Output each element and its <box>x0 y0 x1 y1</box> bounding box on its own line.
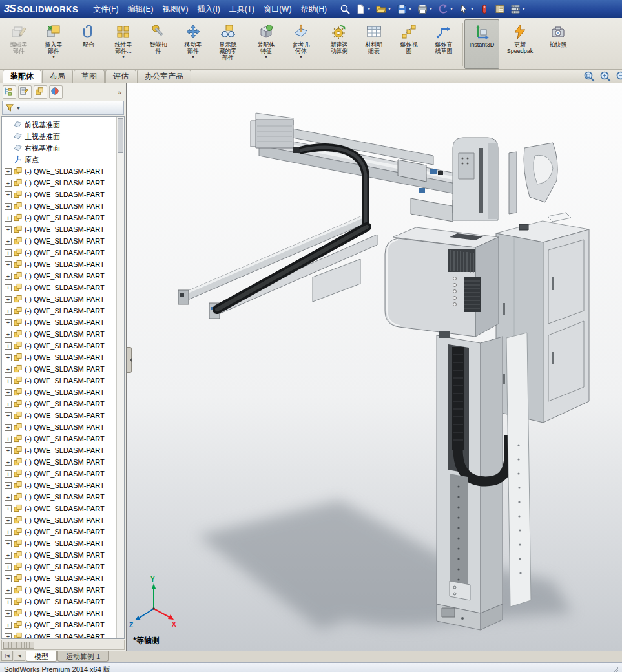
tree-item-origin[interactable]: 原点 <box>2 154 117 165</box>
zoom-inout-button[interactable] <box>616 70 622 82</box>
tree-item-part[interactable]: + (-) QWE_SLDASM-PART <box>2 352 117 363</box>
zoom-fit-button[interactable] <box>599 70 611 82</box>
zoom-area-button[interactable] <box>583 70 595 82</box>
expand-icon[interactable]: + <box>5 540 12 547</box>
tree-item-part[interactable]: + (-) QWE_SLDASM-PART <box>2 433 117 445</box>
expand-icon[interactable]: + <box>5 261 12 268</box>
tree-item-part[interactable]: + (-) QWE_SLDASM-PART <box>2 491 117 503</box>
undo-button[interactable]: ▼ <box>436 3 455 16</box>
tree-item-part[interactable]: + (-) QWE_SLDASM-PART <box>2 421 117 433</box>
ribbon-button-linear-component-pattern[interactable]: 线性零部件... ▼ <box>106 19 141 69</box>
rebuild-button[interactable] <box>477 3 492 16</box>
tab-装配体[interactable]: 装配体 <box>3 70 41 83</box>
expand-icon[interactable]: + <box>5 563 12 571</box>
expand-icon[interactable]: + <box>5 377 12 384</box>
ribbon-button-exploded-view[interactable]: 爆炸视图 <box>391 19 426 69</box>
open-button[interactable]: ▼ <box>374 3 393 16</box>
tree-item-plane[interactable]: 上视基准面 <box>2 131 117 142</box>
select-button[interactable]: ▼ <box>457 3 476 16</box>
scroll-first-button[interactable]: |◀ <box>1 651 13 661</box>
viewport-3d[interactable]: Y Z X *等轴测 <box>127 83 622 651</box>
tree-item-part[interactable]: + (-) QWE_SLDASM-PART <box>2 561 117 572</box>
expand-icon[interactable]: + <box>5 238 12 245</box>
tab-草图[interactable]: 草图 <box>74 70 105 83</box>
menu-item-4[interactable]: 工具(T) <box>225 1 259 17</box>
mgr-tree-tab[interactable] <box>3 85 16 99</box>
ribbon-button-take-snapshot[interactable]: 拍快照 <box>541 19 575 69</box>
tree-item-part[interactable]: + (-) QWE_SLDASM-PART <box>2 363 117 375</box>
tree-item-part[interactable]: + (-) QWE_SLDASM-PART <box>2 631 117 638</box>
mgr-config-tab[interactable] <box>34 85 47 99</box>
expand-icon[interactable]: + <box>5 552 12 559</box>
scrollbar-thumb[interactable] <box>118 118 123 153</box>
ribbon-button-new-motion-study[interactable]: 新建运动算例 <box>322 19 357 69</box>
tree-item-part[interactable]: + (-) QWE_SLDASM-PART <box>2 212 117 224</box>
expand-icon[interactable]: + <box>5 319 12 326</box>
expand-icon[interactable]: + <box>5 203 12 210</box>
expand-icon[interactable]: + <box>5 436 12 443</box>
tree-item-part[interactable]: + (-) QWE_SLDASM-PART <box>2 317 117 328</box>
save-button[interactable]: ▼ <box>395 3 414 16</box>
tree-item-part[interactable]: + (-) QWE_SLDASM-PART <box>2 386 117 398</box>
expand-icon[interactable]: + <box>5 482 12 489</box>
expand-icon[interactable]: + <box>5 331 12 338</box>
expand-icon[interactable]: + <box>5 354 12 361</box>
expand-icon[interactable]: + <box>5 505 12 512</box>
tree-item-part[interactable]: + (-) QWE_SLDASM-PART <box>2 410 117 421</box>
expand-icon[interactable]: + <box>5 308 12 315</box>
expand-icon[interactable]: + <box>5 180 12 187</box>
tree-item-part[interactable]: + (-) QWE_SLDASM-PART <box>2 189 117 200</box>
tree-filter-bar[interactable]: ▼ <box>2 101 124 115</box>
expand-icon[interactable]: + <box>5 622 12 629</box>
menu-item-1[interactable]: 编辑(E) <box>123 1 158 17</box>
tree-vertical-scrollbar[interactable] <box>116 117 124 638</box>
tab-办公室产品[interactable]: 办公室产品 <box>137 70 191 83</box>
tree-item-part[interactable]: + (-) QWE_SLDASM-PART <box>2 526 117 538</box>
tree-item-part[interactable]: + (-) QWE_SLDASM-PART <box>2 258 117 270</box>
tree-item-part[interactable]: + (-) QWE_SLDASM-PART <box>2 468 117 479</box>
menu-item-6[interactable]: 帮助(H) <box>296 1 331 17</box>
expand-icon[interactable]: + <box>5 575 12 582</box>
scroll-prev-button[interactable]: ◀ <box>14 651 25 661</box>
tree-item-part[interactable]: + (-) QWE_SLDASM-PART <box>2 282 117 293</box>
expand-icon[interactable]: + <box>5 401 12 408</box>
expand-icon[interactable]: + <box>5 587 12 594</box>
tree-item-plane[interactable]: 前视基准面 <box>2 119 117 131</box>
menu-item-2[interactable]: 视图(V) <box>158 1 192 17</box>
ribbon-button-instant3d[interactable]: Instant3D <box>464 19 499 69</box>
tree-item-part[interactable]: + (-) QWE_SLDASM-PART <box>2 375 117 386</box>
expand-icon[interactable]: + <box>5 249 12 257</box>
expand-icon[interactable]: + <box>5 342 12 350</box>
tree-item-part[interactable]: + (-) QWE_SLDASM-PART <box>2 549 117 561</box>
ribbon-button-show-hidden-components[interactable]: 显示隐藏的零部件 <box>211 19 245 69</box>
mgr-property-tab[interactable] <box>18 85 32 99</box>
tree-item-part[interactable]: + (-) QWE_SLDASM-PART <box>2 247 117 258</box>
tree-item-part[interactable]: + (-) QWE_SLDASM-PART <box>2 328 117 340</box>
tree-item-part[interactable]: + (-) QWE_SLDASM-PART <box>2 503 117 514</box>
expand-icon[interactable]: + <box>5 610 12 617</box>
tree-item-part[interactable]: + (-) QWE_SLDASM-PART <box>2 572 117 584</box>
tree-item-part[interactable]: + (-) QWE_SLDASM-PART <box>2 305 117 317</box>
tree-item-part[interactable]: + (-) QWE_SLDASM-PART <box>2 224 117 235</box>
ribbon-button-update-speedpak[interactable]: 更新Speedpak <box>503 19 537 69</box>
expand-icon[interactable]: + <box>5 273 12 280</box>
file-properties-button[interactable] <box>493 3 507 16</box>
tree-item-part[interactable]: + (-) QWE_SLDASM-PART <box>2 619 117 631</box>
expand-icon[interactable]: + <box>5 517 12 524</box>
expand-icon[interactable]: + <box>5 633 12 639</box>
menu-item-3[interactable]: 插入(I) <box>192 1 224 17</box>
tree-item-part[interactable]: + (-) QWE_SLDASM-PART <box>2 584 117 596</box>
expand-icon[interactable]: + <box>5 598 12 605</box>
menu-item-5[interactable]: 窗口(W) <box>259 1 296 17</box>
ribbon-button-mate[interactable]: 配合 <box>71 19 106 69</box>
panel-splitter-handle[interactable] <box>127 347 132 373</box>
ribbon-button-assembly-features[interactable]: 装配体特征 ▼ <box>249 19 284 69</box>
ribbon-button-insert-components[interactable]: 插入零部件 ▼ <box>36 19 71 69</box>
options-button[interactable]: ▼ <box>508 3 528 16</box>
ribbon-button-edit-component[interactable]: 编辑零部件 <box>1 19 36 69</box>
tree-item-part[interactable]: + (-) QWE_SLDASM-PART <box>2 270 117 282</box>
doc-tab-0[interactable]: 模型 <box>26 651 57 662</box>
ribbon-button-explode-line-sketch[interactable]: 爆炸直线草图 <box>426 19 461 69</box>
expand-icon[interactable]: + <box>5 366 12 373</box>
expand-icon[interactable]: + <box>5 424 12 431</box>
